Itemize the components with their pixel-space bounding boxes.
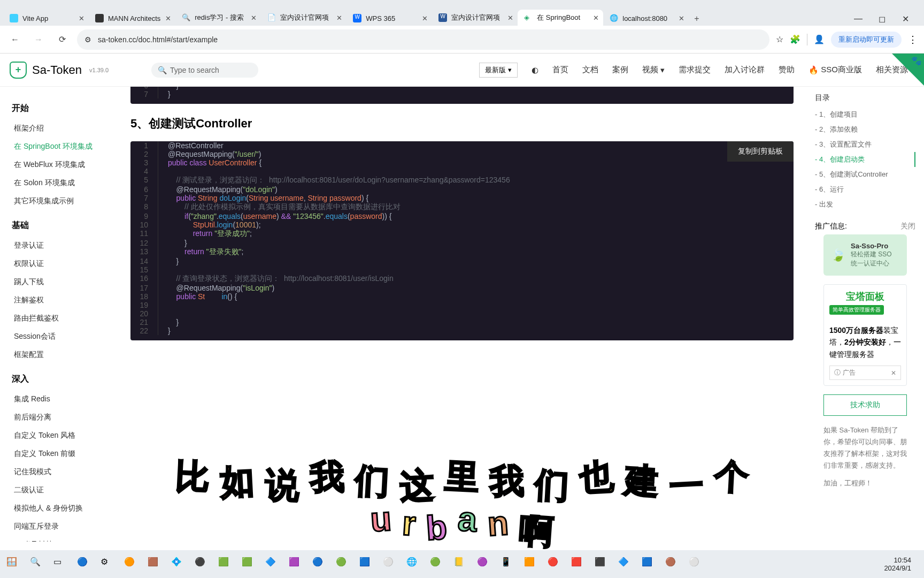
menu-toggle-icon[interactable]: ≡ bbox=[12, 540, 17, 542]
tab-design1[interactable]: 📄室内设计官网项✕ bbox=[261, 10, 346, 26]
sso-promo-card[interactable]: 🍃 Sa-Sso-Pro 轻松搭建 SSO 统一认证中心 bbox=[823, 234, 907, 276]
logo[interactable]: + Sa-Token v1.39.0 bbox=[10, 62, 109, 79]
sidebar-item-solon[interactable]: 在 Solon 环境集成 bbox=[12, 174, 118, 192]
help-button[interactable]: 技术求助 bbox=[823, 394, 907, 416]
tab-redis[interactable]: 🔍redis学习 - 搜索✕ bbox=[175, 10, 261, 26]
app-icon[interactable]: 🟩 bbox=[242, 557, 257, 572]
close-icon[interactable]: ✕ bbox=[79, 14, 84, 22]
sidebar-item-other[interactable]: 其它环境集成示例 bbox=[12, 192, 118, 210]
sidebar-group-start: 开始 bbox=[12, 103, 118, 114]
nav-sso[interactable]: 🔥 SSO商业版 bbox=[808, 65, 862, 75]
promo-close[interactable]: 关闭 bbox=[900, 222, 915, 231]
app-icon[interactable]: 🟥 bbox=[571, 557, 586, 572]
task-view-icon[interactable]: ▭ bbox=[53, 557, 68, 572]
app-icon[interactable]: 🔵 bbox=[312, 557, 327, 572]
tab-wps[interactable]: WWPS 365✕ bbox=[346, 11, 432, 26]
close-icon[interactable]: ✕ bbox=[422, 14, 428, 22]
app-icon[interactable]: 📱 bbox=[500, 557, 515, 572]
tab-mann[interactable]: MANN Architects✕ bbox=[89, 11, 175, 26]
bookmark-icon[interactable]: ☆ bbox=[776, 34, 783, 44]
close-icon[interactable]: ✕ bbox=[507, 14, 513, 22]
tab-vite[interactable]: Vite App✕ bbox=[3, 11, 89, 26]
sidebar-item-springboot[interactable]: 在 SpringBoot 环境集成 bbox=[12, 138, 118, 156]
app-icon[interactable]: ⚙ bbox=[101, 557, 116, 572]
toc-item[interactable]: - 6、运行 bbox=[815, 182, 915, 197]
app-icon[interactable]: 🟠 bbox=[124, 557, 139, 572]
new-tab-button[interactable]: + bbox=[689, 12, 704, 26]
reload-button[interactable]: ⟳ bbox=[53, 31, 71, 48]
sidebar-item-webflux[interactable]: 在 WebFlux 环境集成 bbox=[12, 156, 118, 174]
minimize-icon[interactable]: — bbox=[849, 12, 867, 26]
theme-toggle-icon[interactable]: ◐ bbox=[532, 65, 538, 75]
toc-item[interactable]: - 2、添加依赖 bbox=[815, 122, 915, 137]
app-icon[interactable]: 🔴 bbox=[548, 557, 563, 572]
menu-icon[interactable]: ⋮ bbox=[908, 34, 918, 45]
app-icon[interactable]: 📒 bbox=[453, 557, 468, 572]
site-info-icon[interactable]: ⚙ bbox=[84, 35, 91, 44]
app-icon[interactable]: 🔵 bbox=[77, 557, 92, 572]
app-icon[interactable]: 🔷 bbox=[618, 557, 633, 572]
app-icon[interactable]: 🟣 bbox=[477, 557, 492, 572]
sidebar: 开始 框架介绍 在 SpringBoot 环境集成 在 WebFlux 环境集成… bbox=[0, 87, 118, 542]
nav-sponsor[interactable]: 赞助 bbox=[779, 65, 795, 75]
app-icon[interactable]: 🟤 bbox=[665, 557, 680, 572]
toc-title: 目录 bbox=[815, 93, 915, 103]
toc-item[interactable]: - 出发 bbox=[815, 197, 915, 212]
toc-item[interactable]: - 4、创建启动类 bbox=[815, 152, 915, 167]
tab-springboot[interactable]: ◈在 SpringBoot✕ bbox=[518, 10, 603, 26]
url-bar[interactable]: ⚙ sa-token.cc/doc.html#/start/example bbox=[77, 29, 769, 50]
toc-item[interactable]: - 5、创建测试Controller bbox=[815, 167, 915, 182]
close-window-icon[interactable]: ✕ bbox=[896, 12, 914, 26]
copy-clipboard-button[interactable]: 复制到剪贴板 bbox=[727, 141, 794, 162]
profile-icon[interactable]: 👤 bbox=[814, 34, 825, 44]
close-icon[interactable]: ✕ bbox=[251, 14, 257, 22]
close-icon[interactable]: ✕ bbox=[593, 14, 599, 22]
baota-promo-card[interactable]: 宝塔面板 简单高效管理服务器 1500万台服务器装宝塔，2分钟安装好，一键管理服… bbox=[823, 284, 907, 386]
app-icon[interactable]: 🟢 bbox=[430, 557, 445, 572]
system-tray-clock[interactable]: 10:54 2024/9/1 bbox=[884, 556, 918, 572]
app-icon[interactable]: 🟦 bbox=[359, 557, 374, 572]
search-icon: 🔍 bbox=[158, 66, 167, 74]
promo-title: 推广信息: bbox=[815, 222, 847, 231]
sidebar-group-deep: 深入 bbox=[12, 374, 118, 385]
app-icon[interactable]: 🟩 bbox=[218, 557, 233, 572]
maximize-icon[interactable]: ◻ bbox=[873, 12, 891, 26]
close-icon[interactable]: ✕ bbox=[336, 14, 342, 22]
app-icon[interactable]: ⚪ bbox=[689, 557, 704, 572]
nav-request[interactable]: 需求提交 bbox=[679, 65, 711, 75]
vs-icon[interactable]: 🟪 bbox=[289, 557, 304, 572]
nav-docs[interactable]: 文档 bbox=[582, 65, 598, 75]
close-icon[interactable]: ✕ bbox=[679, 14, 684, 22]
app-icon[interactable]: 🟦 bbox=[642, 557, 657, 572]
app-icon[interactable]: ⚫ bbox=[195, 557, 210, 572]
extensions-icon[interactable]: 🧩 bbox=[790, 34, 800, 44]
section-heading: 5、创建测试Controller bbox=[130, 116, 794, 132]
forward-button[interactable]: → bbox=[30, 31, 47, 48]
nav-group[interactable]: 加入讨论群 bbox=[725, 65, 765, 75]
nav-cases[interactable]: 案例 bbox=[612, 65, 628, 75]
restart-update-button[interactable]: 重新启动即可更新 bbox=[831, 32, 902, 48]
close-ad-icon[interactable]: ✕ bbox=[891, 369, 896, 377]
nav-home[interactable]: 首页 bbox=[552, 65, 568, 75]
search-input[interactable]: 🔍 Type to search bbox=[151, 63, 258, 78]
toc-item[interactable]: - 3、设置配置文件 bbox=[815, 137, 915, 152]
chrome-icon[interactable]: 🌐 bbox=[406, 557, 421, 572]
browser-tab-strip: Vite App✕ MANN Architects✕ 🔍redis学习 - 搜索… bbox=[0, 0, 924, 26]
tab-design2[interactable]: W室内设计官网项✕ bbox=[432, 10, 518, 26]
app-icon[interactable]: ⬛ bbox=[595, 557, 610, 572]
back-button[interactable]: ← bbox=[6, 31, 24, 48]
start-button[interactable]: 🪟 bbox=[6, 557, 21, 572]
app-icon[interactable]: 🔷 bbox=[265, 557, 280, 572]
app-icon[interactable]: 🟧 bbox=[524, 557, 539, 572]
version-select[interactable]: 最新版▾ bbox=[479, 63, 518, 78]
sidebar-item-intro[interactable]: 框架介绍 bbox=[12, 119, 118, 138]
vscode-icon[interactable]: 💠 bbox=[171, 557, 186, 572]
search-taskbar-icon[interactable]: 🔍 bbox=[30, 557, 45, 572]
app-icon[interactable]: ⚪ bbox=[383, 557, 398, 572]
app-icon[interactable]: 🟫 bbox=[148, 557, 163, 572]
close-icon[interactable]: ✕ bbox=[165, 14, 171, 22]
toc-item[interactable]: - 1、创建项目 bbox=[815, 107, 915, 122]
app-icon[interactable]: 🟢 bbox=[336, 557, 351, 572]
nav-video[interactable]: 视频 ▾ bbox=[642, 65, 665, 75]
tab-localhost[interactable]: 🌐localhost:8080✕ bbox=[603, 11, 689, 26]
